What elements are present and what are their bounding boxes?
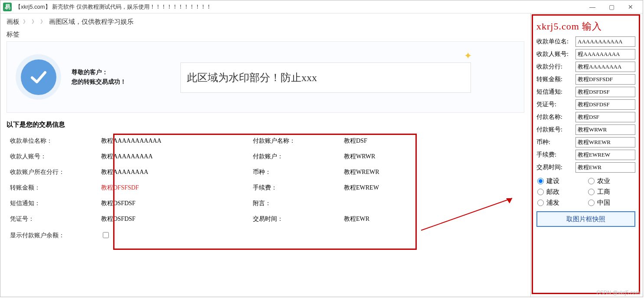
titlebar: 易 【xkrj5.com】 新壳软件 仅供教程测试代码，娱乐使用！！！！！！！！… bbox=[0, 0, 643, 13]
show-balance-checkbox[interactable] bbox=[103, 232, 109, 238]
maximize-button[interactable]: ▢ bbox=[602, 1, 621, 13]
radio-label: 浦发 bbox=[546, 199, 559, 207]
banner-line1: 尊敬的客户： bbox=[72, 69, 126, 76]
text-input[interactable] bbox=[575, 99, 635, 110]
field-label: 凭证号： bbox=[7, 211, 98, 227]
table-row: 显示付款账户余额： bbox=[7, 227, 524, 244]
radio-input[interactable] bbox=[588, 189, 595, 195]
input-row: 收款单位名: bbox=[536, 36, 635, 47]
field-value: 教程AAAAAAAAA bbox=[98, 149, 249, 164]
sparkle-icon: ✦ bbox=[464, 50, 472, 62]
radio-input[interactable] bbox=[588, 178, 595, 184]
input-row: 付款账号: bbox=[536, 124, 635, 135]
field-value: 教程EWR bbox=[340, 211, 524, 227]
bank-radio-group: 建设农业邮政工商浦发中国 bbox=[537, 177, 634, 207]
field-label: 收款账户所在分行： bbox=[7, 164, 98, 180]
input-label: 收款分行: bbox=[536, 63, 574, 71]
text-input[interactable] bbox=[575, 162, 635, 173]
field-label: 转账金额： bbox=[7, 180, 98, 196]
input-row: 手续费: bbox=[536, 150, 635, 160]
close-button[interactable]: ✕ bbox=[621, 1, 640, 13]
text-input[interactable] bbox=[575, 62, 635, 72]
radio-input[interactable] bbox=[537, 200, 544, 206]
field-label: 交易时间： bbox=[249, 211, 340, 227]
radio-input[interactable] bbox=[537, 178, 544, 184]
bank-radio-option[interactable]: 工商 bbox=[588, 188, 634, 196]
input-label: 付款名称: bbox=[536, 113, 574, 121]
field-value: 教程WRWR bbox=[340, 149, 524, 164]
table-row: 转账金额：教程DFSFSDF手续费：教程EWREW bbox=[7, 180, 524, 196]
success-banner: 尊敬的客户： 您的转账交易成功！ 此区域为水印部分！防止xxx ✦ bbox=[7, 41, 524, 113]
csdn-watermark: CSDN @xkrj5.com bbox=[596, 290, 640, 296]
input-row: 凭证号: bbox=[536, 99, 635, 110]
text-input[interactable] bbox=[575, 74, 635, 85]
table-row: 收款单位名称：教程AAAAAAAAAAA付款账户名称：教程DSF bbox=[7, 133, 524, 149]
input-row: 收款人账号: bbox=[536, 49, 635, 59]
radio-input[interactable] bbox=[588, 200, 595, 206]
tag-label: 标签 bbox=[0, 29, 530, 41]
input-row: 短信通知: bbox=[536, 87, 635, 97]
watermark-box: 此区域为水印部分！防止xxx bbox=[180, 62, 471, 93]
table-row: 凭证号：教程DSFDSF交易时间：教程EWR bbox=[7, 211, 524, 227]
breadcrumb-root: 画板 bbox=[7, 18, 20, 26]
field-value: 教程EWREW bbox=[340, 180, 524, 196]
input-label: 收款单位名: bbox=[536, 38, 574, 46]
bank-radio-option[interactable]: 浦发 bbox=[537, 199, 584, 207]
banner-text: 尊敬的客户： 您的转账交易成功！ bbox=[72, 67, 126, 88]
left-pane: 画板 》 》 》 画图区域，仅供教程学习娱乐 标签 尊敬的客户： bbox=[0, 13, 531, 297]
input-label: 币种: bbox=[536, 138, 574, 146]
input-row: 付款名称: bbox=[536, 112, 635, 122]
text-input[interactable] bbox=[575, 49, 635, 59]
field-value: 教程AAAAAAAA bbox=[98, 164, 249, 180]
window-title: 【xkrj5.com】 新壳软件 仅供教程测试代码，娱乐使用！！！！！！！！！！… bbox=[15, 3, 579, 11]
bank-radio-option[interactable]: 建设 bbox=[537, 177, 584, 185]
field-label: 收款单位名称： bbox=[7, 133, 98, 149]
breadcrumb-sep-icon: 》 bbox=[40, 18, 46, 26]
table-row: 短信通知：教程DSFDSF附言： bbox=[7, 196, 524, 211]
radio-label: 建设 bbox=[546, 177, 559, 185]
table-row: 收款账户所在分行：教程AAAAAAAA币种：教程WREWR bbox=[7, 164, 524, 180]
field-label: 付款账户名称： bbox=[249, 133, 340, 149]
breadcrumb-leaf: 画图区域，仅供教程学习娱乐 bbox=[49, 18, 134, 26]
input-label: 短信通知: bbox=[536, 88, 574, 96]
input-row: 收款分行: bbox=[536, 62, 635, 72]
text-input[interactable] bbox=[575, 150, 635, 160]
field-value: 教程WREWR bbox=[340, 164, 524, 180]
text-input[interactable] bbox=[575, 112, 635, 122]
input-row: 转账金额: bbox=[536, 74, 635, 85]
text-input[interactable] bbox=[575, 124, 635, 135]
radio-input[interactable] bbox=[537, 189, 544, 195]
input-label: 付款账号: bbox=[536, 126, 574, 134]
radio-label: 工商 bbox=[597, 188, 610, 196]
breadcrumb-sep-icon: 》 bbox=[23, 18, 28, 26]
field-label bbox=[249, 227, 340, 244]
input-row: 币种: bbox=[536, 137, 635, 147]
bank-radio-option[interactable]: 中国 bbox=[588, 199, 634, 207]
minimize-button[interactable]: — bbox=[583, 1, 602, 13]
window-controls: — ▢ ✕ bbox=[583, 1, 640, 13]
input-label: 凭证号: bbox=[536, 101, 574, 108]
field-value: 教程AAAAAAAAAAA bbox=[98, 133, 249, 149]
field-label: 短信通知： bbox=[7, 196, 98, 211]
field-value: 教程DFSFSDF bbox=[98, 180, 249, 196]
app-window: 易 【xkrj5.com】 新壳软件 仅供教程测试代码，娱乐使用！！！！！！！！… bbox=[0, 0, 643, 297]
input-row: 交易时间: bbox=[536, 162, 635, 173]
text-input[interactable] bbox=[575, 137, 635, 147]
input-label: 交易时间: bbox=[536, 164, 574, 171]
text-input[interactable] bbox=[575, 36, 635, 47]
app-icon: 易 bbox=[3, 3, 12, 11]
bank-radio-option[interactable]: 邮政 bbox=[537, 188, 584, 196]
table-row: 收款人账号：教程AAAAAAAAA付款账户：教程WRWR bbox=[7, 149, 524, 164]
bank-radio-option[interactable]: 农业 bbox=[588, 177, 634, 185]
snapshot-button[interactable]: 取图片框快照 bbox=[536, 211, 635, 227]
breadcrumb: 画板 》 》 》 画图区域，仅供教程学习娱乐 bbox=[0, 16, 530, 29]
field-label: 附言： bbox=[249, 196, 340, 211]
breadcrumb-sep-icon: 》 bbox=[32, 18, 37, 26]
field-label: 手续费： bbox=[249, 180, 340, 196]
input-label: 手续费: bbox=[536, 151, 574, 159]
field-label: 收款人账号： bbox=[7, 149, 98, 164]
check-circle-icon bbox=[16, 54, 61, 100]
text-input[interactable] bbox=[575, 87, 635, 97]
field-label: 付款账户： bbox=[249, 149, 340, 164]
radio-label: 中国 bbox=[597, 199, 610, 207]
